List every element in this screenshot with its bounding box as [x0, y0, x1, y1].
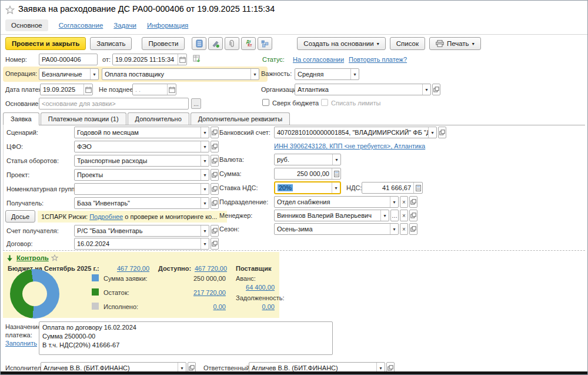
open-bank-account-button[interactable]: [438, 127, 446, 138]
dropdown-arrow-icon[interactable]: ▾: [422, 84, 430, 95]
dropdown-arrow-icon[interactable]: ▾: [201, 155, 209, 166]
vat-input[interactable]: 41 666,67: [362, 182, 423, 194]
list-button[interactable]: Список: [390, 37, 425, 50]
dtkt-button[interactable]: ДтКт: [241, 37, 256, 50]
payment-date-input[interactable]: 19.09.2025: [40, 84, 93, 95]
dropdown-arrow-icon[interactable]: ▾: [201, 141, 209, 152]
manager-more-button[interactable]: …: [390, 210, 399, 221]
dropdown-arrow-icon[interactable]: ▾: [201, 225, 209, 236]
currency-select[interactable]: руб.▾: [274, 154, 341, 165]
dropdown-arrow-icon[interactable]: ▾: [201, 127, 209, 138]
inn-kpp-link[interactable]: ИНН 3906243128, КПП <не требуется>, Атла…: [274, 142, 425, 150]
legend-executed-value-link[interactable]: 0,00: [171, 303, 226, 310]
attachments-button[interactable]: [225, 37, 239, 50]
dropdown-arrow-icon[interactable]: ▾: [332, 182, 340, 193]
sign-button[interactable]: [208, 37, 223, 50]
open-recipient-account-button[interactable]: [211, 225, 219, 237]
basis-input[interactable]: <основание для заявки>: [39, 98, 189, 109]
collapse-arrow-icon[interactable]: [6, 255, 13, 262]
cfo-select[interactable]: ФЭО▾: [74, 141, 209, 152]
clear-division-button[interactable]: ×: [400, 196, 408, 208]
basis-more-button[interactable]: ...: [191, 98, 201, 109]
datetime-input[interactable]: 19.09.2025 11:15:34: [112, 54, 187, 65]
deadline-input[interactable]: . .: [132, 84, 176, 95]
dropdown-arrow-icon[interactable]: ▾: [390, 197, 398, 207]
legend-remainder-value-link[interactable]: 217 720,00: [171, 289, 226, 296]
division-select[interactable]: Отдел снабжения▾: [274, 196, 399, 208]
manager-select[interactable]: Винников Валерий Валерьевич▾: [274, 210, 389, 221]
turnover-item-select[interactable]: Транспортные расходы▾: [74, 155, 209, 167]
calendar-icon[interactable]: [178, 54, 186, 65]
open-recipient-button[interactable]: [211, 197, 219, 209]
scenario-select[interactable]: Годовой по месяцам▾: [74, 127, 209, 138]
calendar-icon[interactable]: [167, 84, 176, 95]
available-value-link[interactable]: 467 720,00: [195, 265, 227, 272]
calculator-icon[interactable]: [332, 168, 340, 179]
save-button[interactable]: Записать: [90, 37, 132, 50]
open-division-button[interactable]: [409, 196, 417, 208]
open-organization-button[interactable]: [432, 84, 440, 95]
debt-value-link[interactable]: 0,00: [236, 303, 275, 310]
dropdown-arrow-icon[interactable]: ▾: [332, 154, 340, 165]
fill-purpose-link[interactable]: Заполнить: [5, 340, 37, 347]
repeat-payment-link[interactable]: Повторять платеж?: [349, 56, 407, 63]
register-report-button[interactable]: [192, 37, 206, 50]
open-scenario-button[interactable]: [211, 127, 219, 138]
recipient-select[interactable]: База "Инвентарь"▾: [74, 197, 209, 209]
open-season-button[interactable]: [409, 223, 417, 235]
open-turnover-item-button[interactable]: [211, 155, 219, 167]
clear-manager-button[interactable]: ×: [400, 210, 408, 221]
tab-additional-attributes[interactable]: Дополнительные реквизиты: [191, 112, 290, 125]
calendar-icon[interactable]: [83, 84, 92, 95]
print-button[interactable]: Печать▾: [429, 37, 481, 50]
calculator-icon[interactable]: [413, 182, 422, 193]
tab-request[interactable]: Заявка: [3, 112, 39, 125]
tab-additional[interactable]: Дополнительно: [128, 112, 189, 125]
dropdown-arrow-icon[interactable]: ▾: [201, 198, 209, 208]
contract-select[interactable]: 16.02.2024▾: [74, 238, 209, 250]
nav-main[interactable]: Основное: [5, 19, 48, 31]
control-star-icon[interactable]: [51, 254, 58, 261]
dropdown-arrow-icon[interactable]: ▾: [201, 170, 209, 180]
nomenclature-group-select[interactable]: ▾: [74, 183, 209, 195]
nav-approval[interactable]: Согласование: [59, 22, 103, 29]
related-documents-button[interactable]: [258, 37, 272, 50]
organization-select[interactable]: Атлантика▾: [295, 84, 431, 95]
dossier-button[interactable]: Досье: [5, 210, 35, 223]
open-manager-button[interactable]: [409, 210, 417, 221]
over-budget-checkbox[interactable]: [262, 99, 269, 106]
nav-info[interactable]: Информация: [147, 22, 188, 29]
open-nomenclature-group-button[interactable]: [211, 183, 219, 195]
recipient-account-select[interactable]: Р/С "База "Инвентарь▾: [74, 225, 209, 237]
budget-value-link[interactable]: 467 720,00: [117, 265, 149, 272]
spark-more-link[interactable]: Подробнее: [89, 213, 123, 220]
season-select[interactable]: Осень-зима▾: [274, 223, 399, 235]
project-select[interactable]: Проекты▾: [74, 169, 209, 181]
dropdown-arrow-icon[interactable]: ▾: [250, 69, 259, 79]
importance-select[interactable]: Средняя▾: [295, 68, 359, 80]
create-based-button[interactable]: Создать на основании▾: [297, 37, 385, 50]
post-button[interactable]: Провести: [142, 37, 185, 50]
bank-account-select[interactable]: 40702810100000001854, "ВЛАДИМИРСКИЙ" ФБ …: [274, 127, 437, 138]
purpose-textarea[interactable]: Оплата по договору 16.02.2024 Сумма 2500…: [39, 321, 333, 355]
vat-rate-select[interactable]: 20% ▾: [274, 181, 341, 194]
open-contract-button[interactable]: [211, 238, 219, 250]
clear-season-button[interactable]: ×: [400, 223, 408, 235]
favorite-star-icon[interactable]: [5, 5, 15, 15]
amount-input[interactable]: 250 000,00: [274, 168, 341, 180]
post-and-close-button[interactable]: Провести и закрыть: [5, 37, 86, 50]
dropdown-arrow-icon[interactable]: ▾: [428, 127, 436, 138]
dropdown-arrow-icon[interactable]: ▾: [390, 224, 398, 234]
tab-payment-positions[interactable]: Платежные позиции (1): [41, 112, 126, 125]
open-project-button[interactable]: [211, 169, 219, 181]
operation-kind-select[interactable]: Оплата поставщику▾: [102, 68, 259, 80]
dropdown-arrow-icon[interactable]: ▾: [380, 210, 389, 221]
operation-type-select[interactable]: Безналичные▾: [39, 68, 99, 80]
control-section-link[interactable]: Контроль: [16, 254, 49, 261]
dropdown-arrow-icon[interactable]: ▾: [201, 238, 209, 249]
status-link[interactable]: На согласовании: [293, 56, 344, 63]
over-budget-label[interactable]: Сверх бюджета: [272, 99, 319, 107]
fill-from-template-icon[interactable]: [193, 55, 202, 64]
advance-value-link[interactable]: 64 400,00: [236, 284, 275, 291]
dropdown-arrow-icon[interactable]: ▾: [201, 184, 209, 194]
